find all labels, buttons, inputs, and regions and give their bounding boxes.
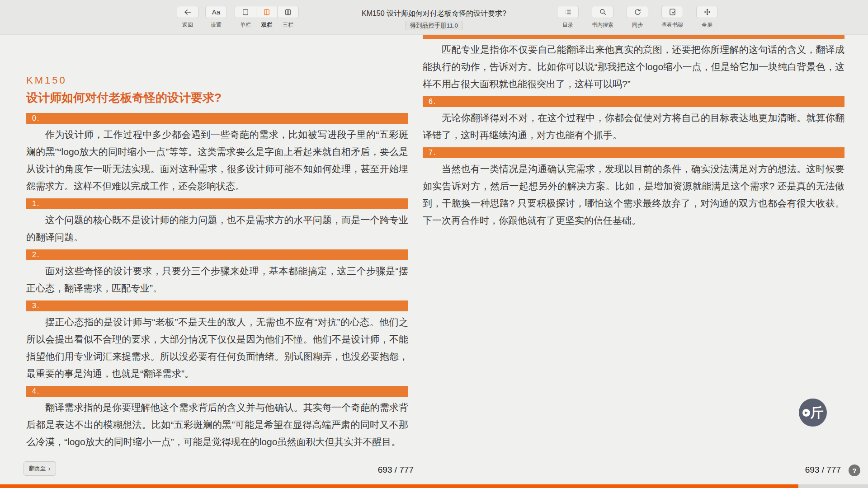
- toc-list-icon: [564, 8, 572, 16]
- toc-tool: 目录: [557, 6, 579, 28]
- sync-icon: [633, 8, 642, 16]
- edition-badge-button[interactable]: 得到品控手册11.0: [406, 21, 462, 30]
- section-number: 7.: [423, 147, 436, 158]
- search-button[interactable]: [592, 6, 613, 18]
- toolbar-center-group: KM150 设计师如何对付老板奇怪的设计要求? 得到品控手册11.0: [0, 0, 868, 30]
- section-bar-0: 0.: [26, 113, 408, 124]
- page-indicator-right: 693 / 777: [423, 465, 841, 475]
- progress-fill: [0, 484, 798, 488]
- search-tool: 书内搜索: [592, 6, 613, 28]
- chapter-title: 设计师如何对付老板奇怪的设计要求?: [26, 90, 408, 105]
- section-bar-4: 4.: [26, 386, 408, 397]
- bookshelf-button[interactable]: [661, 6, 683, 18]
- article-column-left: KM150 设计师如何对付老板奇怪的设计要求? 0. 作为设计师，工作过程中多少…: [26, 75, 408, 450]
- play-icon: ▶: [802, 409, 810, 417]
- paragraph-7: 当然也有一类情况是沟通确认完需求，发现以目前的条件，确实没法满足对方的想法。这时…: [423, 160, 844, 229]
- help-button[interactable]: ?: [849, 465, 860, 476]
- article-column-right: 5. 匹配专业是指你不仅要自己能翻译出来他真实的意图，还要把你所理解的这句话的含…: [423, 28, 844, 229]
- section-number: 0.: [26, 113, 40, 124]
- bookshelf-label: 查看书架: [661, 22, 683, 28]
- paragraph-3: 摆正心态指的是设计师与“老板”不是天生的敌人，无需也不应有“对抗”的心态。他们之…: [26, 314, 408, 382]
- paragraph-6: 无论你翻译得对不对，在这个过程中，你都会促使对方将自己的目标表达地更加清晰。就算…: [423, 109, 844, 144]
- sync-label: 同步: [632, 22, 643, 28]
- fullscreen-label: 全屏: [702, 22, 712, 28]
- search-icon: [599, 8, 607, 16]
- toolbar-right-group: 目录 书内搜索 同步 查看书架 全屏: [557, 6, 718, 28]
- book-title: KM150 设计师如何对付老板奇怪的设计要求?: [362, 9, 506, 18]
- fullscreen-tool: 全屏: [696, 6, 718, 28]
- listen-icon: ▶ 斤: [802, 406, 824, 419]
- section-number: 1.: [26, 198, 40, 209]
- reading-progress-bar[interactable]: [0, 484, 868, 488]
- bookshelf-icon: [668, 8, 677, 16]
- bookshelf-tool: 查看书架: [661, 6, 683, 28]
- toc-label: 目录: [562, 22, 573, 28]
- listen-button[interactable]: ▶ 斤: [799, 399, 827, 427]
- toolbar: 返回 Aa 设置 单栏 双栏: [0, 0, 868, 35]
- section-bar-3: 3.: [26, 300, 408, 311]
- question-icon: ?: [852, 467, 856, 474]
- sync-button[interactable]: [627, 6, 648, 18]
- section-number: 4.: [26, 386, 40, 397]
- paragraph-0: 作为设计师，工作过程中多少都会遇到一些奇葩的需求，比如被写进段子里的“五彩斑斓的…: [26, 126, 408, 195]
- section-number: 2.: [26, 249, 40, 260]
- section-number: 3.: [26, 300, 40, 311]
- fullscreen-icon: [703, 8, 712, 16]
- toc-button[interactable]: [557, 6, 579, 18]
- listen-glyph: 斤: [811, 406, 824, 419]
- page-indicator-left: 693 / 777: [26, 465, 414, 475]
- fullscreen-button[interactable]: [696, 6, 718, 18]
- paragraph-4: 翻译需求指的是你要理解他这个需求背后的含义并与他确认。其实每一个奇葩的需求背后都…: [26, 399, 408, 450]
- chapter-code: KM150: [26, 75, 408, 86]
- paragraph-2: 面对这些奇怪的设计要求，只要分三个步骤来处理，基本都能搞定，这三个步骤是“摆正心…: [26, 263, 408, 297]
- section-bar-7: 7.: [423, 147, 844, 158]
- section-bar-2: 2.: [26, 249, 408, 260]
- section-bar-1: 1.: [26, 198, 408, 209]
- search-label: 书内搜索: [592, 22, 613, 28]
- section-bar-6: 6.: [423, 96, 844, 107]
- section-number: 6.: [423, 96, 436, 107]
- paragraph-1: 这个问题的核心既不是设计师的能力问题，也不是需求方的水平问题，而是一个跨专业的翻…: [26, 211, 408, 246]
- sync-tool: 同步: [627, 6, 648, 28]
- paragraph-5: 匹配专业是指你不仅要自己能翻译出来他真实的意图，还要把你所理解的这句话的含义，翻…: [423, 41, 844, 93]
- ebook-reader-window: { "toolbar": { "back_label": "返回", "sett…: [0, 0, 868, 488]
